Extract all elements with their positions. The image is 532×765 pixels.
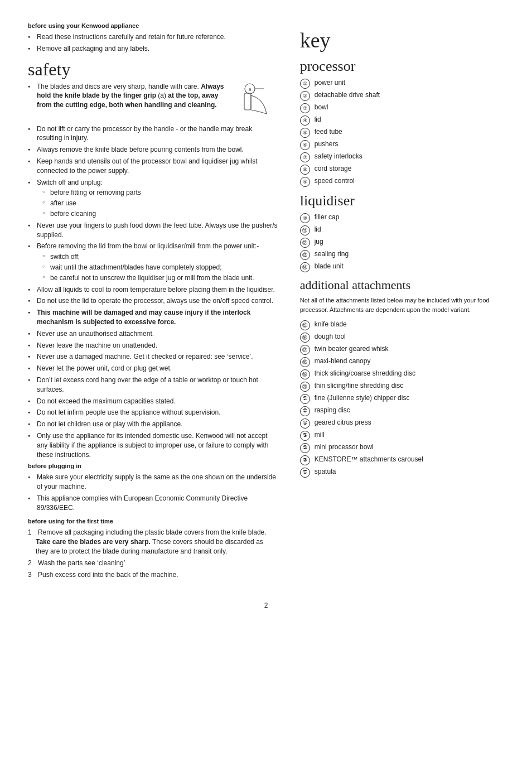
list-item: Read these instructions carefully and re…: [28, 32, 278, 42]
right-column: key processor ①power unit ②detachable dr…: [300, 22, 504, 585]
list-item: ⑥pushers: [300, 139, 504, 150]
list-item: ⑱maxi-blend canopy: [300, 357, 504, 367]
list-item: ②detachable drive shaft: [300, 90, 504, 101]
list-item: 1 Remove all packaging including the pla…: [28, 528, 278, 556]
list-item: Remove all packaging and any labels.: [28, 44, 278, 54]
list-item: ㉗spatula: [300, 467, 504, 478]
list-item: ㉕mini processor bowl: [300, 442, 504, 453]
before-first-heading: before using for the first time: [28, 518, 278, 525]
processor-list: ①power unit ②detachable drive shaft ③bow…: [300, 78, 504, 187]
list-item: ⑬sealing ring: [300, 249, 504, 260]
sub-list: switch off; wait until the attachment/bl…: [42, 252, 278, 282]
list-item: ㉔mill: [300, 430, 504, 441]
before-using-section: before using your Kenwood appliance Read…: [28, 22, 278, 54]
list-item: Do not let children use or play with the…: [28, 420, 278, 429]
additional-list: ⑮knife blade ⑯dough tool ⑰twin beater ge…: [300, 320, 504, 478]
list-item: Make sure your electricity supply is the…: [28, 473, 278, 492]
svg-rect-3: [244, 93, 251, 110]
list-item: Do not use the lid to operate the proces…: [28, 296, 278, 306]
list-item: ⑤feed tube: [300, 127, 504, 138]
key-heading: key: [300, 28, 504, 52]
list-item: ④lid: [300, 115, 504, 126]
before-plugging-heading: before plugging in: [28, 463, 278, 469]
list-item: Don’t let excess cord hang over the edge…: [28, 376, 278, 394]
safety-list: The blades and discs are very sharp, han…: [28, 82, 278, 460]
sub-list-item: before cleaning: [42, 209, 278, 219]
page-number: 2: [28, 602, 504, 609]
sub-list: before fitting or removing parts after u…: [42, 188, 278, 218]
before-using-list: Read these instructions carefully and re…: [28, 32, 278, 54]
additional-heading: additional attachments: [300, 278, 504, 292]
list-item: 2 Wash the parts see ‘cleaning’: [28, 559, 278, 568]
list-item: ⑫jug: [300, 237, 504, 248]
list-item: 3 Push excess cord into the back of the …: [28, 570, 278, 580]
processor-heading: processor: [300, 58, 504, 75]
before-plugging-section: before plugging in Make sure your electr…: [28, 463, 278, 512]
text-normal: The blades and discs are very sharp, han…: [37, 83, 201, 90]
list-item: Allow all liquids to cool to room temper…: [28, 285, 278, 295]
list-item: Switch off and unplug: before fitting or…: [28, 178, 278, 219]
list-item: This appliance complies with European Ec…: [28, 494, 278, 513]
list-item-warning: This machine will be damaged and may cau…: [28, 308, 278, 327]
sub-list-item: wait until the attachment/blades have co…: [42, 263, 278, 272]
list-item: ⑦safety interlocks: [300, 152, 504, 162]
list-item: Always remove the knife blade before pou…: [28, 145, 278, 155]
list-item: ⑪lid: [300, 225, 504, 235]
safety-blade-text: The blades and discs are very sharp, han…: [37, 82, 228, 110]
sub-list-item: be careful not to unscrew the liquidiser…: [42, 273, 278, 283]
list-item: ㉑fine (Julienne style) chipper disc: [300, 393, 504, 404]
list-item: ㉒rasping disc: [300, 406, 504, 416]
before-first-list: 1 Remove all packaging including the pla…: [28, 528, 278, 579]
list-item: Never let the power unit, cord or plug g…: [28, 364, 278, 373]
list-item: ㉓geared citrus press: [300, 418, 504, 429]
list-item: Do not lift or carry the processor by th…: [28, 124, 278, 143]
list-item: ③bowl: [300, 103, 504, 113]
list-item: ⑮knife blade: [300, 320, 504, 330]
svg-text:a: a: [248, 86, 251, 92]
list-item: ⑨speed control: [300, 176, 504, 187]
liquidiser-heading: liquidiser: [300, 193, 504, 209]
additional-desc: Not all of the attachments listed below …: [300, 296, 504, 314]
sub-list-item: after use: [42, 199, 278, 208]
list-item: Never use your fingers to push food down…: [28, 221, 278, 240]
before-using-heading: before using your Kenwood appliance: [28, 22, 278, 29]
list-item: Do not exceed the maximum capacities sta…: [28, 397, 278, 406]
list-item: ⑲thick slicing/coarse shredding disc: [300, 369, 504, 379]
list-item: ①power unit: [300, 78, 504, 89]
list-item: Keep hands and utensils out of the proce…: [28, 157, 278, 176]
before-first-section: before using for the first time 1 Remove…: [28, 518, 278, 579]
safety-heading: safety: [28, 59, 278, 80]
sub-list-item: before fitting or removing parts: [42, 188, 278, 198]
sub-list-item: switch off;: [42, 252, 278, 262]
list-item: ⑭blade unit: [300, 262, 504, 272]
list-item: ⑳thin slicing/fine shredding disc: [300, 381, 504, 392]
left-column: before using your Kenwood appliance Read…: [28, 22, 278, 585]
list-item: Never use an unauthorised attachment.: [28, 329, 278, 339]
before-plugging-list: Make sure your electricity supply is the…: [28, 473, 278, 512]
blade-diagram: a: [233, 83, 278, 122]
list-item: ㉖KENSTORE™ attachments carousel: [300, 455, 504, 465]
list-item: ⑰twin beater geared whisk: [300, 344, 504, 355]
list-item: Never use a damaged machine. Get it chec…: [28, 352, 278, 362]
list-item: Never leave the machine on unattended.: [28, 341, 278, 350]
list-item: Before removing the lid from the bowl or…: [28, 242, 278, 282]
list-item: ⑩filler cap: [300, 213, 504, 223]
list-item: The blades and discs are very sharp, han…: [28, 82, 278, 122]
list-item: Do not let infirm people use the applian…: [28, 408, 278, 417]
list-item: ⑧cord storage: [300, 164, 504, 175]
list-item: Only use the appliance for its intended …: [28, 431, 278, 459]
liquidiser-list: ⑩filler cap ⑪lid ⑫jug ⑬sealing ring ⑭bla…: [300, 213, 504, 272]
list-item: ⑯dough tool: [300, 332, 504, 343]
